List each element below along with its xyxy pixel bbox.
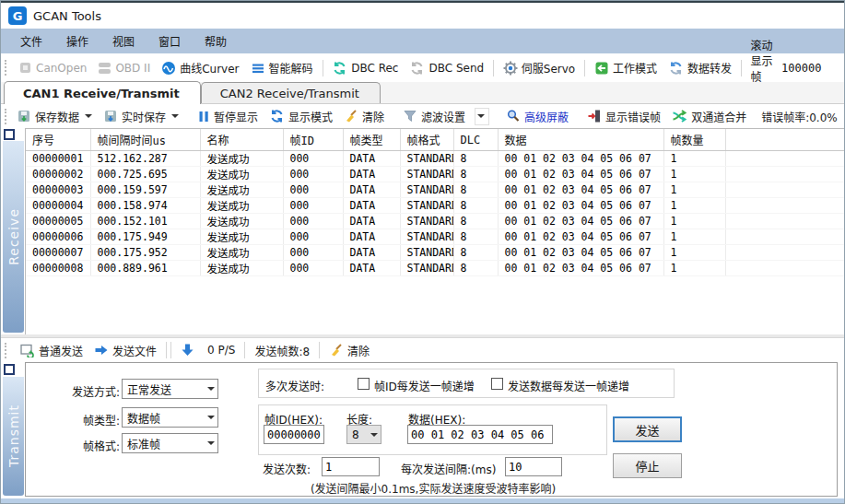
normal-send-button[interactable]: 普通发送 — [14, 338, 88, 362]
work-mode-button[interactable]: 工作模式 — [589, 53, 663, 82]
cell: 000 — [283, 245, 343, 261]
pause-display-button[interactable]: 暂停显示 — [192, 104, 264, 128]
channel-tabstrip: CAN1 Receive/Transmit CAN2 Receive/Trans… — [1, 82, 844, 104]
frame-content-group: 帧ID(HEX): 长度: 8 数据(HEX): — [258, 404, 607, 455]
column-header[interactable]: 名称 — [200, 129, 283, 151]
receive-pane-checkbox[interactable] — [4, 129, 15, 140]
dbc-send-button[interactable]: DBC Send — [404, 53, 489, 82]
cell: 1 — [663, 198, 725, 214]
column-header[interactable]: 帧间隔时间us — [90, 129, 200, 151]
cell: 00 01 02 03 04 05 06 07 — [498, 261, 663, 276]
forward-icon — [668, 61, 684, 76]
cell: 000 — [283, 261, 343, 276]
filter-settings-button[interactable]: 滤波设置 — [397, 104, 471, 128]
curve-button[interactable]: 曲线Curver — [156, 53, 244, 82]
column-header[interactable]: 数据 — [498, 129, 663, 151]
table-row[interactable]: 00000004000.158.974发送成功000DATASTANDARD80… — [26, 198, 845, 214]
servo-label: 伺服Servo — [522, 60, 575, 76]
table-row[interactable]: 00000002000.725.695发送成功000DATASTANDARD80… — [26, 167, 845, 182]
forward-button[interactable]: 数据转发 — [663, 53, 737, 82]
send-times-input[interactable] — [322, 457, 380, 476]
transmit-pane-checkbox[interactable] — [4, 364, 15, 375]
frame-format-combobox[interactable]: 标准帧 — [122, 433, 218, 453]
dbc-rec-icon — [332, 61, 347, 76]
length-combobox[interactable]: 8 — [346, 425, 381, 444]
send-file-button[interactable]: 发送文件 — [88, 338, 162, 362]
stop-button[interactable]: 停止 — [613, 453, 682, 478]
cell: 8 — [453, 245, 498, 261]
cell: 发送成功 — [200, 151, 283, 167]
send-button[interactable]: 发送 — [613, 416, 682, 442]
cell: 000 — [283, 151, 343, 167]
scroll-frames-input[interactable] — [780, 61, 844, 76]
column-header[interactable]: 帧格式 — [400, 129, 453, 151]
table-row[interactable]: 00000007000.175.952发送成功000DATASTANDARD80… — [26, 245, 845, 261]
cell-filler — [725, 151, 845, 167]
frame-format-label: 帧格式: — [44, 438, 120, 453]
dbc-rec-button[interactable]: DBC Rec — [326, 53, 404, 82]
cell: 000 — [283, 198, 343, 214]
tab-can1-receive-transmit[interactable]: CAN1 Receive/Transmit — [4, 81, 201, 104]
cell: DATA — [343, 229, 400, 245]
servo-button[interactable]: 伺服Servo — [498, 53, 581, 82]
receive-table[interactable]: 序号帧间隔时间us名称帧ID帧类型帧格式DLC数据帧数量 00000001512… — [25, 128, 845, 334]
show-error-frames-label: 显示错误帧 — [605, 109, 661, 124]
normal-send-label: 普通发送 — [39, 343, 83, 358]
frame-type-combobox[interactable]: 数据帧 — [122, 407, 218, 428]
send-file-label: 发送文件 — [112, 343, 157, 358]
column-header[interactable]: DLC — [453, 129, 498, 151]
save-data-button[interactable]: 保存数据 — [11, 104, 98, 128]
column-header[interactable]: 帧数量 — [663, 129, 725, 151]
toolbar-grip[interactable] — [5, 60, 8, 76]
merge-channels-button[interactable]: 双通道合并 — [666, 104, 752, 128]
toolbar-grip[interactable] — [5, 343, 9, 358]
inc-data-checkbox[interactable] — [491, 378, 503, 390]
transmit-side-tab[interactable]: Transmit — [3, 377, 24, 496]
advanced-mask-button[interactable]: 高级屏蔽 — [500, 104, 574, 128]
clear-label: 清除 — [362, 109, 384, 124]
inc-id-checkbox[interactable] — [358, 378, 370, 390]
transmit-side-label: Transmit — [6, 404, 21, 467]
toolbar-grip[interactable] — [5, 109, 6, 124]
cell: STANDARD — [400, 229, 453, 245]
pps-indicator: 0 P/S — [175, 338, 241, 362]
chevron-down-icon — [203, 380, 217, 398]
clear-button[interactable]: 清除 — [338, 104, 390, 128]
cell: 8 — [453, 229, 498, 245]
transmit-clear-button[interactable]: 清除 — [323, 338, 375, 362]
servo-gear-icon — [503, 61, 518, 76]
main-toolbar: CanOpen OBD II 曲线Curver 智能解码 DBC Rec — [1, 53, 844, 82]
obd-button[interactable]: OBD II — [92, 53, 156, 82]
interval-input[interactable] — [505, 457, 562, 476]
table-row[interactable]: 00000001512.162.287发送成功000DATASTANDARD80… — [26, 151, 845, 167]
toolbar-separator — [584, 60, 585, 76]
toolbar-separator — [166, 342, 167, 358]
send-mode-combobox[interactable]: 正常发送 — [122, 379, 218, 399]
data-hex-input[interactable] — [407, 425, 553, 444]
table-row[interactable]: 00000006000.175.949发送成功000DATASTANDARD80… — [26, 229, 845, 245]
normal-send-icon — [19, 343, 35, 357]
multi-send-group: 多次发送时: 帧ID每发送一帧递增 发送数据每发送一帧递增 — [258, 369, 675, 398]
menu-item[interactable]: 帮助 — [193, 29, 239, 53]
display-mode-button[interactable]: 显示模式 — [264, 104, 338, 128]
menu-item[interactable]: 窗口 — [147, 29, 193, 53]
tab-can2-receive-transmit[interactable]: CAN2 Receive/Transmit — [201, 82, 381, 103]
table-row[interactable]: 00000003000.159.597发送成功000DATASTANDARD80… — [26, 182, 845, 198]
realtime-save-button[interactable]: 实时保存 — [98, 104, 184, 128]
canopen-button[interactable]: CanOpen — [13, 53, 92, 82]
cell: DATA — [343, 182, 400, 198]
column-header[interactable]: 帧类型 — [343, 129, 400, 151]
filter-combobox[interactable] — [475, 108, 489, 125]
receive-side-tab[interactable]: Receive — [3, 141, 24, 333]
menu-item[interactable]: 文件 — [8, 29, 54, 53]
menu-item[interactable]: 操作 — [54, 29, 100, 53]
table-row[interactable]: 00000008000.889.961发送成功000DATASTANDARD80… — [26, 261, 845, 276]
column-header[interactable]: 帧ID — [283, 129, 343, 151]
show-error-frames-button[interactable]: 显示错误帧 — [581, 104, 666, 128]
menu-item[interactable]: 视图 — [100, 29, 147, 53]
table-row[interactable]: 00000005000.152.101发送成功000DATASTANDARD80… — [26, 214, 845, 229]
column-header[interactable]: 序号 — [26, 129, 90, 151]
cell: 1 — [663, 182, 725, 198]
decode-button[interactable]: 智能解码 — [245, 53, 319, 82]
frame-id-input[interactable] — [264, 425, 324, 444]
